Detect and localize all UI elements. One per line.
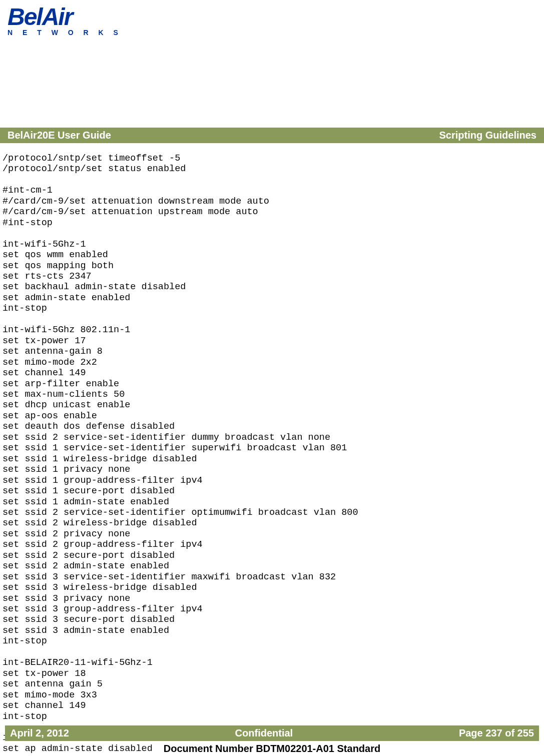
footer-date: April 2, 2012 [10,727,69,739]
footer-bar: April 2, 2012 Confidential Page 237 of 2… [5,725,539,741]
decorative-arcs-icon [484,0,544,50]
document-number: Document Number BDTM02201-A01 Standard [0,743,544,754]
script-content: /protocol/sntp/set timeoffset -5 /protoc… [0,143,544,756]
footer-confidential: Confidential [235,727,293,739]
belair-logo: BelAir N E T W O R K S [8,6,122,37]
logo-main-text: BelAir [8,6,122,28]
logo-sub-text: N E T W O R K S [8,29,122,37]
guide-title: BelAir20E User Guide [8,130,111,141]
title-bar: BelAir20E User Guide Scripting Guideline… [0,128,544,143]
header: BelAir N E T W O R K S [0,0,544,65]
section-title: Scripting Guidelines [439,130,536,141]
footer-page: Page 237 of 255 [459,727,534,739]
